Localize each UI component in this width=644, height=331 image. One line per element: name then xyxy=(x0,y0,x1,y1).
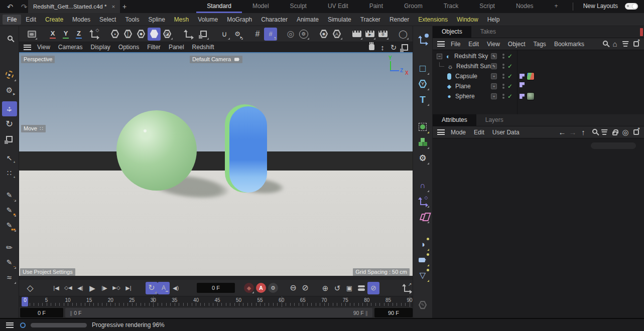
menu-item-animate[interactable]: Animate xyxy=(292,15,323,25)
workplane-button[interactable] xyxy=(197,28,210,41)
camera-object-button[interactable] xyxy=(415,252,430,267)
render-settings-button[interactable]: ⚙ xyxy=(376,28,390,41)
phong-tag-icon[interactable] xyxy=(520,94,525,99)
orbit-view-button[interactable]: ↻ xyxy=(389,42,399,52)
keyframe-settings-button[interactable]: ⚙ xyxy=(267,282,279,294)
toggle-view-button[interactable] xyxy=(400,42,410,52)
next-frame-button[interactable]: |▶ xyxy=(98,282,110,294)
visibility-dots[interactable] xyxy=(502,84,504,89)
commander-search-button[interactable] xyxy=(2,31,17,46)
live-selection-button[interactable]: ➤ xyxy=(2,67,17,82)
filter-icon[interactable] xyxy=(620,39,630,49)
menu-item-display[interactable]: Display xyxy=(86,43,114,52)
range-left-grip[interactable]: ∥ xyxy=(70,310,72,316)
pla-toggle-button[interactable]: ⊘ xyxy=(367,282,379,294)
visibility-dots[interactable] xyxy=(502,94,504,99)
menu-item-view[interactable]: View xyxy=(483,40,504,49)
layout-tab-nodes[interactable]: Nodes xyxy=(505,0,544,13)
mograph-cloner-button[interactable] xyxy=(415,119,430,134)
spline-object-button[interactable]: □ xyxy=(415,61,430,76)
range-end-field[interactable]: 90 F xyxy=(374,308,413,317)
points-mode-button[interactable]: ● xyxy=(108,28,121,41)
menu-item-cameras[interactable]: Cameras xyxy=(54,43,87,52)
menu-item-mesh[interactable]: Mesh xyxy=(170,15,193,25)
phong-tag-icon[interactable] xyxy=(520,82,525,87)
layout-tab-groom[interactable]: Groom xyxy=(394,0,433,13)
multi-move-tool-button[interactable]: ∷+ xyxy=(2,165,17,181)
back-icon[interactable]: ← xyxy=(557,127,567,137)
menu-item-tracker[interactable]: Tracker xyxy=(356,15,385,25)
primitive-cube-button[interactable]: Y xyxy=(415,76,430,91)
menu-item-render[interactable]: Render xyxy=(385,15,414,25)
undo-icon[interactable]: ↶ xyxy=(5,2,15,12)
new-layouts-button[interactable]: New Layouts xyxy=(577,0,624,13)
edit-toggle-icon[interactable]: ✎ xyxy=(491,53,497,59)
menu-item-simulate[interactable]: Simulate xyxy=(323,15,356,25)
viewport-solo-button[interactable] xyxy=(25,28,38,41)
move-tool-button[interactable]: ↔↕ xyxy=(2,101,17,116)
display-filter-button[interactable]: ◉ xyxy=(317,28,330,41)
menu-item-edit[interactable]: Edit xyxy=(21,15,41,25)
layout-tab-script[interactable]: Script xyxy=(469,0,505,13)
rotation-toggle-button[interactable]: ↺ xyxy=(331,282,343,294)
layout-tab-standard[interactable]: Standard xyxy=(196,0,242,13)
spline-pen-button[interactable]: ✎∙∙ xyxy=(2,188,17,203)
deformer-button[interactable]: ∩ xyxy=(415,178,430,193)
tab-attributes[interactable]: Attributes xyxy=(433,114,476,126)
position-toggle-button[interactable]: ⊕ xyxy=(319,282,331,294)
close-icon[interactable]: × xyxy=(111,4,115,10)
polygon-pen-button[interactable]: ✎■ xyxy=(2,203,17,218)
object-name[interactable]: Redshift Sun xyxy=(456,63,491,70)
menu-item-edit[interactable]: Edit xyxy=(470,128,488,137)
document-tab[interactable]: Redshift_Gett...Started.c4d * × xyxy=(28,0,120,13)
menu-item-help[interactable]: Help xyxy=(483,15,504,25)
layout-toggle[interactable] xyxy=(625,3,638,10)
menu-item-tools[interactable]: Tools xyxy=(120,15,144,25)
sphere-object[interactable] xyxy=(116,110,197,191)
tree-row-capsule[interactable]: Capsule+✓ xyxy=(433,71,644,81)
menu-item-edit[interactable]: Edit xyxy=(464,40,483,49)
menu-item-file[interactable]: File xyxy=(447,40,464,49)
visibility-dots[interactable] xyxy=(502,74,504,79)
scale-toggle-button[interactable]: ▣ xyxy=(343,282,355,294)
play-button[interactable]: ▶ xyxy=(86,282,98,294)
tweak-tool-button[interactable]: ↖+ xyxy=(2,150,17,165)
layout-tab-model[interactable]: Model xyxy=(242,0,280,13)
edit-toggle-icon[interactable]: + xyxy=(491,73,497,79)
enabled-check-icon[interactable]: ✓ xyxy=(507,63,512,70)
fcurve-button[interactable]: ↗ xyxy=(401,282,413,294)
coordinate-system-button[interactable]: ◇ xyxy=(87,28,100,41)
parameter-toggle-button[interactable] xyxy=(355,282,367,294)
project-settings-label[interactable]: Use Project Settings xyxy=(20,268,75,276)
text-object-button[interactable]: T xyxy=(415,92,430,107)
viewport-menu-icon[interactable] xyxy=(22,42,32,52)
filter-icon[interactable] xyxy=(599,127,609,137)
menu-item-options[interactable]: Options xyxy=(114,43,143,52)
tree-row-redshift-sky[interactable]: −◐Redshift Sky✎✓ xyxy=(433,51,644,61)
viewport-canvas[interactable]: Perspective Default Camera Move∷ Use Pro… xyxy=(19,52,413,276)
object-name[interactable]: Sphere xyxy=(455,93,475,100)
gear-ring-button[interactable]: ⚙ xyxy=(297,28,310,41)
lock-y-axis-button[interactable]: Y xyxy=(59,28,72,41)
visibility-dots[interactable] xyxy=(502,54,504,59)
range-right-grip[interactable]: ∥ xyxy=(365,310,368,316)
record-position-button[interactable]: ⊖ xyxy=(287,282,299,294)
menu-item-redshift[interactable]: Redshift xyxy=(188,43,218,52)
search-icon[interactable] xyxy=(599,39,609,49)
record-rotation-button[interactable]: ⊘ xyxy=(299,282,311,294)
enabled-check-icon[interactable]: ✓ xyxy=(507,73,512,80)
new-document-button[interactable]: + xyxy=(119,2,130,12)
objects-menu-icon[interactable] xyxy=(436,39,446,49)
menu-item-extensions[interactable]: Extensions xyxy=(414,15,452,25)
menu-item-filter[interactable]: Filter xyxy=(143,43,165,52)
menu-item-character[interactable]: Character xyxy=(256,15,292,25)
previous-key-button[interactable]: ◇◀ xyxy=(62,282,74,294)
capsule-object[interactable] xyxy=(229,106,267,193)
loop-playback-button[interactable]: ↻ xyxy=(146,282,158,294)
enabled-check-icon[interactable]: ✓ xyxy=(507,93,512,100)
tree-row-plane[interactable]: ◆Plane+✓ xyxy=(433,81,644,91)
autokey-hud-button[interactable]: A▪▪ xyxy=(158,282,170,294)
quantize-button[interactable]: #▪ xyxy=(264,28,277,41)
add-layout-button[interactable]: + xyxy=(544,0,569,13)
light-object-button[interactable]: ▽ xyxy=(415,268,430,283)
